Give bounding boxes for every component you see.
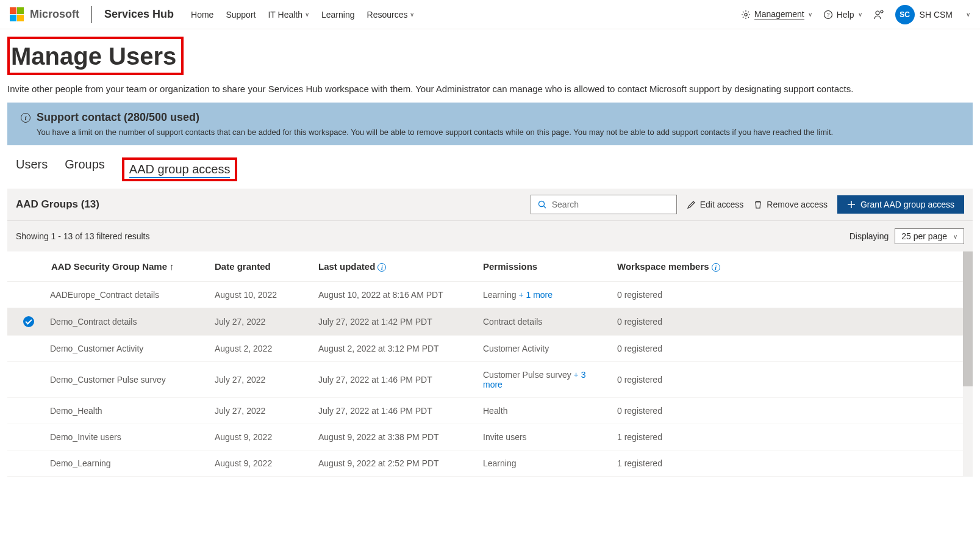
table-row[interactable]: Demo_LearningAugust 9, 2022August 9, 202… bbox=[7, 450, 973, 477]
table-container: AAD Security Group Name↑ Date granted La… bbox=[7, 251, 973, 477]
sort-ascending-icon: ↑ bbox=[170, 261, 174, 272]
info-icon: i bbox=[377, 263, 386, 272]
per-page-value: 25 per page bbox=[901, 231, 947, 241]
cell-updated: August 9, 2022 at 2:52 PM PDT bbox=[312, 450, 477, 477]
svg-line-6 bbox=[543, 206, 546, 209]
scroll-thumb[interactable] bbox=[963, 251, 973, 386]
cell-members: 0 registered bbox=[611, 362, 973, 398]
table-row[interactable]: Demo_Customer ActivityAugust 2, 2022Augu… bbox=[7, 336, 973, 362]
management-menu[interactable]: Management ∨ bbox=[741, 9, 812, 20]
table-row[interactable]: Demo_Invite usersAugust 9, 2022August 9,… bbox=[7, 424, 973, 450]
cell-name: Demo_Invite users bbox=[44, 424, 209, 450]
col-checkbox bbox=[7, 251, 44, 282]
col-name[interactable]: AAD Security Group Name↑ bbox=[44, 251, 209, 282]
banner-title: i Support contact (280/500 used) bbox=[21, 111, 959, 124]
table-row[interactable]: Demo_Customer Pulse surveyJuly 27, 2022J… bbox=[7, 362, 973, 398]
row-checkbox-cell[interactable] bbox=[7, 398, 44, 424]
remove-access-button[interactable]: Remove access bbox=[753, 200, 828, 209]
avatar: SC bbox=[895, 5, 915, 24]
table-row[interactable]: AADEurope_Contract detailsAugust 10, 202… bbox=[7, 282, 973, 308]
row-checkbox-cell[interactable] bbox=[7, 362, 44, 398]
nav-home[interactable]: Home bbox=[191, 10, 213, 20]
col-last-updated[interactable]: Last updatedi bbox=[312, 251, 477, 282]
gear-icon bbox=[741, 10, 751, 20]
row-checkbox-cell[interactable] bbox=[7, 282, 44, 308]
row-checkbox-cell[interactable] bbox=[7, 308, 44, 336]
cell-updated: August 10, 2022 at 8:16 AM PDT bbox=[312, 282, 477, 308]
more-permissions-link[interactable]: + 1 more bbox=[518, 290, 553, 300]
cell-permissions: Customer Activity bbox=[477, 336, 611, 362]
chevron-down-icon: ∨ bbox=[858, 11, 862, 18]
checkmark-icon bbox=[23, 316, 34, 327]
info-icon: i bbox=[712, 263, 720, 272]
nav-resources[interactable]: Resources∨ bbox=[367, 10, 415, 20]
help-label: Help bbox=[837, 10, 854, 20]
search-icon bbox=[537, 200, 547, 209]
filter-bar: Showing 1 - 13 of 13 filtered results Di… bbox=[7, 220, 973, 251]
pencil-icon bbox=[687, 200, 696, 209]
row-checkbox-cell[interactable] bbox=[7, 336, 44, 362]
header-right: Management ∨ ? Help ∨ SC SH CSM ∨ bbox=[741, 5, 970, 24]
support-contact-banner: i Support contact (280/500 used) You hav… bbox=[7, 103, 973, 145]
primary-nav: Home Support IT Health∨ Learning Resourc… bbox=[191, 10, 414, 20]
edit-access-button[interactable]: Edit access bbox=[687, 200, 744, 209]
nav-it-health-label: IT Health bbox=[268, 10, 302, 20]
cell-members: 0 registered bbox=[611, 398, 973, 424]
cell-date: August 10, 2022 bbox=[209, 282, 312, 308]
tab-strip: Users Groups AAD group access bbox=[7, 145, 973, 189]
search-field[interactable] bbox=[552, 200, 670, 209]
tab-aad-group-access[interactable]: AAD group access bbox=[129, 162, 231, 178]
svg-text:?: ? bbox=[826, 12, 829, 18]
nav-resources-label: Resources bbox=[367, 10, 408, 20]
help-icon: ? bbox=[823, 10, 833, 20]
nav-learning[interactable]: Learning bbox=[321, 10, 355, 20]
table-row[interactable]: Demo_HealthJuly 27, 2022July 27, 2022 at… bbox=[7, 398, 973, 424]
product-name: Services Hub bbox=[104, 8, 174, 21]
col-name-label: AAD Security Group Name bbox=[51, 261, 167, 272]
user-menu[interactable]: SC SH CSM ∨ bbox=[895, 5, 970, 24]
cell-permissions: Learning bbox=[477, 450, 611, 477]
nav-support[interactable]: Support bbox=[226, 10, 256, 20]
svg-point-4 bbox=[881, 10, 883, 13]
cell-updated: July 27, 2022 at 1:42 PM PDT bbox=[312, 308, 477, 336]
divider bbox=[91, 6, 92, 23]
cell-permissions: Customer Pulse survey + 3 more bbox=[477, 362, 611, 398]
cell-updated: August 2, 2022 at 3:12 PM PDT bbox=[312, 336, 477, 362]
grant-access-button[interactable]: Grant AAD group access bbox=[837, 195, 964, 214]
cell-name: Demo_Customer Activity bbox=[44, 336, 209, 362]
row-checkbox-cell[interactable] bbox=[7, 424, 44, 450]
table-row[interactable]: Demo_Contract detailsJuly 27, 2022July 2… bbox=[7, 308, 973, 336]
tab-users[interactable]: Users bbox=[16, 157, 48, 181]
more-permissions-link[interactable]: + 3 more bbox=[483, 370, 585, 389]
page-subtitle: Invite other people from your team or or… bbox=[7, 84, 973, 94]
chevron-down-icon: ∨ bbox=[808, 11, 812, 18]
chevron-down-icon: ∨ bbox=[953, 233, 957, 240]
remove-access-label: Remove access bbox=[767, 200, 828, 209]
cell-permissions: Health bbox=[477, 398, 611, 424]
per-page-select[interactable]: 25 per page ∨ bbox=[895, 228, 964, 244]
notifications-button[interactable] bbox=[873, 9, 884, 20]
scrollbar[interactable] bbox=[963, 251, 973, 477]
chevron-down-icon: ∨ bbox=[410, 11, 414, 18]
col-updated-label: Last updated bbox=[318, 261, 375, 272]
cell-permissions: Learning + 1 more bbox=[477, 282, 611, 308]
microsoft-logo bbox=[10, 7, 24, 21]
col-date-granted[interactable]: Date granted bbox=[209, 251, 312, 282]
tab-groups[interactable]: Groups bbox=[65, 157, 105, 181]
banner-body: You have a limit on the number of suppor… bbox=[37, 128, 959, 137]
col-workspace-members[interactable]: Workspace membersi bbox=[611, 251, 973, 282]
col-permissions[interactable]: Permissions bbox=[477, 251, 611, 282]
brand-text: Microsoft bbox=[30, 8, 79, 21]
person-alert-icon bbox=[873, 9, 884, 20]
cell-date: August 2, 2022 bbox=[209, 336, 312, 362]
info-icon: i bbox=[21, 113, 30, 123]
cell-members: 0 registered bbox=[611, 282, 973, 308]
search-input[interactable] bbox=[531, 195, 677, 214]
tab-aad-highlight: AAD group access bbox=[122, 157, 238, 181]
nav-it-health[interactable]: IT Health∨ bbox=[268, 10, 309, 20]
help-menu[interactable]: ? Help ∨ bbox=[823, 10, 862, 20]
row-checkbox-cell[interactable] bbox=[7, 450, 44, 477]
cell-members: 1 registered bbox=[611, 450, 973, 477]
cell-members: 0 registered bbox=[611, 308, 973, 336]
cell-name: Demo_Learning bbox=[44, 450, 209, 477]
